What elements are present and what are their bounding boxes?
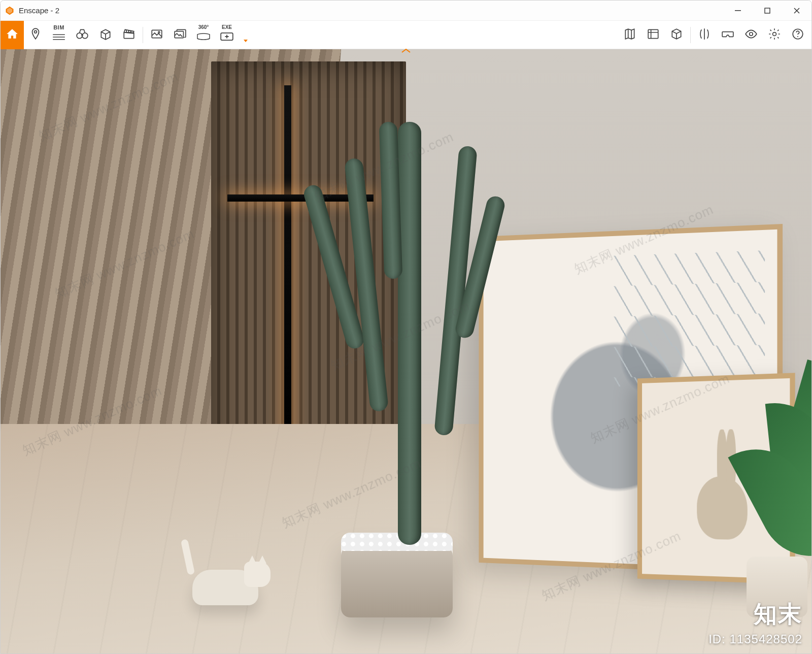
explore-button[interactable]	[71, 21, 94, 49]
rendered-scene: 知末网 www.znzmo.com 知末网 www.znzmo.com 知末网 …	[1, 49, 811, 653]
window-title: Enscape - 2	[19, 6, 59, 15]
minimap-icon	[623, 27, 636, 43]
home-icon	[6, 27, 19, 43]
perspective-box-icon	[99, 27, 112, 43]
deer-antlers	[613, 250, 764, 386]
settings-button[interactable]	[763, 21, 786, 49]
cube-icon	[670, 27, 683, 43]
clapperboard-icon	[122, 27, 136, 43]
svg-point-2	[35, 30, 37, 33]
app-icon	[5, 6, 15, 16]
toolbar-left: BIM	[1, 21, 250, 49]
svg-point-7	[158, 31, 160, 33]
gear-icon	[768, 27, 781, 43]
cat-head	[244, 562, 270, 587]
window-controls	[723, 1, 811, 20]
batch-screenshot-icon	[174, 27, 187, 43]
bim-mode-button[interactable]: BIM	[47, 21, 71, 49]
cross-light-vertical	[284, 85, 291, 448]
binoculars-icon	[76, 27, 89, 43]
vr-button[interactable]	[716, 21, 739, 49]
perspective-button[interactable]	[94, 21, 117, 49]
screenshot-button[interactable]	[145, 21, 168, 49]
video-path-button[interactable]	[117, 21, 141, 49]
asset-library-icon	[647, 27, 660, 43]
cactus-trunk	[398, 122, 421, 545]
location-pin-icon	[29, 27, 42, 43]
cat-ear	[248, 555, 256, 564]
favorite-views-button[interactable]	[24, 21, 47, 49]
white-mode-button[interactable]	[665, 21, 688, 49]
help-icon	[791, 27, 804, 43]
svg-point-4	[82, 32, 88, 38]
titlebar: Enscape - 2	[1, 1, 811, 21]
titlebar-left: Enscape - 2	[5, 6, 59, 16]
panorama-360-icon	[197, 30, 210, 45]
render-viewport[interactable]: 知末网 www.znzmo.com 知末网 www.znzmo.com 知末网 …	[1, 49, 811, 653]
bim-label: BIM	[53, 24, 64, 30]
asset-library-button[interactable]	[641, 21, 665, 49]
svg-rect-10	[648, 29, 658, 38]
svg-point-3	[77, 32, 82, 38]
compare-button[interactable]	[693, 21, 716, 49]
toolbar-separator-right	[690, 27, 691, 43]
pano-label: 360°	[198, 24, 209, 30]
white-pebbles	[341, 533, 453, 551]
svg-point-14	[797, 36, 798, 37]
toolbar-more-button[interactable]	[239, 21, 250, 49]
chevron-down-icon	[244, 40, 248, 42]
cat-figurine	[187, 549, 268, 605]
home-button[interactable]	[1, 21, 24, 49]
close-button[interactable]	[782, 1, 811, 20]
batch-render-button[interactable]	[168, 21, 192, 49]
vr-headset-icon	[721, 27, 734, 43]
exe-label: EXE	[222, 24, 232, 30]
collapse-toolbar-button[interactable]	[400, 47, 412, 56]
svg-rect-0	[735, 10, 741, 11]
export-exe-button[interactable]: EXE	[215, 21, 239, 49]
bim-lines-icon	[52, 30, 65, 46]
minimize-button[interactable]	[723, 1, 753, 20]
toolbar-right	[618, 21, 809, 49]
screenshot-icon	[150, 27, 163, 43]
plant-pot-right	[747, 557, 807, 617]
compare-split-icon	[698, 27, 711, 43]
svg-point-12	[773, 32, 776, 36]
app-window: Enscape - 2	[0, 0, 812, 654]
svg-point-11	[750, 32, 753, 36]
visibility-button[interactable]	[739, 21, 763, 49]
minimap-button[interactable]	[618, 21, 641, 49]
toolbar-separator	[143, 27, 143, 43]
maximize-button[interactable]	[753, 1, 782, 20]
help-button[interactable]	[786, 21, 809, 49]
chevron-up-icon	[400, 48, 412, 54]
cat-ear	[258, 555, 266, 564]
main-toolbar: BIM	[1, 21, 811, 49]
eye-icon	[745, 27, 758, 43]
panorama-button[interactable]: 360°	[192, 21, 215, 49]
svg-rect-1	[765, 8, 770, 13]
export-exe-icon	[220, 30, 233, 45]
